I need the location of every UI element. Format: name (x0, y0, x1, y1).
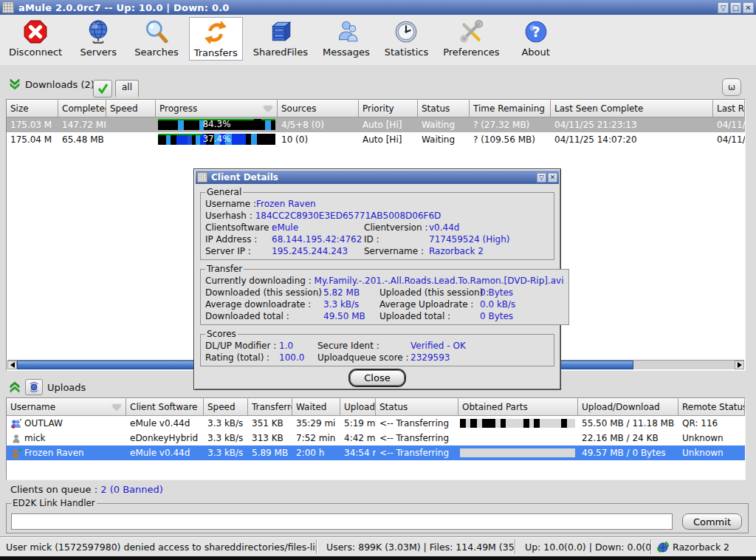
sharedfiles-icon (268, 19, 293, 44)
col-upload-download[interactable]: Upload/Download (578, 398, 678, 416)
titlebar[interactable]: aMule 2.0.0rc7 -- Up: 10.0 | Down: 0.0 ▽… (0, 0, 756, 15)
toolbar-label: SharedFiles (253, 47, 308, 58)
col-client-software[interactable]: Client Software (126, 398, 204, 416)
col-sources[interactable]: Sources (278, 100, 359, 117)
uploads-list-panel: Username Client Software Speed Transferr… (6, 397, 746, 480)
id-value: 717459524 (High) (429, 233, 549, 245)
col-time-remaining[interactable]: Time Remaining (470, 100, 551, 117)
refresh-globe-icon (28, 381, 40, 393)
col-last-received[interactable]: Last R (713, 100, 745, 117)
dialog-shade-button[interactable]: ▽ (537, 173, 546, 182)
col-speed[interactable]: Speed (204, 398, 248, 416)
dialog-menu-icon[interactable] (197, 172, 207, 182)
col-obtained-parts[interactable]: Obtained Parts (458, 398, 578, 416)
category-check-tab[interactable] (93, 80, 112, 98)
upload-row-selected[interactable]: Frozen Raven eMule v0.44d 3.3 kB/s 5.89 … (7, 445, 745, 460)
sort-desc-icon (264, 106, 272, 112)
uploads-title: Uploads (47, 382, 86, 393)
clientversion-value: v0.44d (429, 222, 549, 233)
progress-bar: 37.4% (158, 134, 275, 145)
download-row[interactable]: 175.03 M 147.72 MI 84.3% 4/5+8 (0) Auto … (7, 117, 745, 132)
scores-legend: Scores (205, 329, 238, 339)
servername-value: Razorback 2 (429, 245, 549, 257)
preferences-icon (458, 19, 484, 44)
friend-icon (10, 419, 22, 429)
toolbar-label: Transfers (194, 47, 238, 58)
transfer-legend: Transfer (205, 264, 244, 274)
ed2k-legend: ED2K Link Handler (11, 498, 97, 508)
toolbar-label: Statistics (385, 47, 428, 58)
statusbar-users-files: Users: 899K (3.03M) | Files: 114.49M (35… (317, 539, 515, 554)
serverip-value: 195.245.244.243 (272, 245, 364, 257)
dialog-close-button[interactable]: ✕ (548, 173, 557, 182)
scroll-right-button[interactable] (735, 361, 744, 369)
svg-text:?: ? (532, 24, 540, 41)
toolbar-transfers[interactable]: Transfers (189, 17, 243, 61)
toolbar-label: About (521, 47, 549, 58)
current-download-value: My.Family.-.201.-.All.Roads.Lead.To.Ramo… (315, 276, 564, 286)
obtained-parts-bar (460, 448, 575, 457)
messages-icon (334, 19, 359, 44)
col-transferred[interactable]: Transferred (248, 398, 292, 416)
col-waited[interactable]: Waited (292, 398, 340, 416)
toolbar-label: Preferences (443, 47, 499, 58)
toolbar-statistics[interactable]: Statistics (380, 17, 433, 59)
col-username[interactable]: Username (7, 398, 126, 416)
toolbar-preferences[interactable]: Preferences (439, 17, 504, 59)
check-icon (97, 83, 109, 95)
download-row[interactable]: 175.04 M 65.48 MB 37.4% 10 (0) Auto [Hi]… (7, 132, 745, 147)
uploads-header-row: Username Client Software Speed Transferr… (7, 398, 745, 416)
amule-window: { "colors": { "titlebar_top": "#7e9ad2",… (0, 0, 756, 560)
dialog-title: Client Details (211, 172, 278, 182)
statusbar-server: Razorback 2 (651, 539, 756, 554)
clients-known-button[interactable] (25, 379, 43, 395)
progress-bar: 84.3% (158, 119, 275, 130)
clients-toggle-button[interactable]: ω (722, 78, 741, 96)
upload-row[interactable]: OUTLAW eMule v0.44d 3.3 kB/s 351 KB 35:2… (7, 416, 745, 431)
col-upload-time[interactable]: Upload Ti (340, 398, 376, 416)
col-completed[interactable]: Completed (58, 100, 106, 117)
col-speed[interactable]: Speed (106, 100, 156, 117)
userhash-value: 184CC2C8930E3ED65771AB5008D06F6D (255, 211, 441, 221)
toolbar-messages[interactable]: Messages (318, 17, 374, 59)
window-title: aMule 2.0.0rc7 -- Up: 10.0 | Down: 0.0 (18, 2, 230, 13)
col-remote-status[interactable]: Remote Status (678, 398, 745, 416)
col-size[interactable]: Size (7, 100, 58, 117)
disconnect-icon (23, 19, 48, 44)
uploads-icon (9, 381, 21, 393)
downloads-title: Downloads (2) (25, 79, 94, 90)
scores-group: Scores DL/UP Modifier :1.0 Secure Ident … (200, 329, 554, 366)
tab-all-label: all (122, 82, 132, 92)
queue-label: Clients on queue : (10, 484, 100, 495)
toolbar-label: Servers (80, 47, 117, 58)
toolbar-about[interactable]: ? About (510, 17, 562, 59)
ed2k-link-input[interactable] (11, 513, 673, 530)
clients-toggle-icon: ω (728, 82, 735, 92)
maximize-button[interactable]: □ (730, 2, 741, 13)
shade-button[interactable]: ▽ (718, 2, 729, 13)
col-progress[interactable]: Progress (156, 100, 278, 117)
transfer-group: Transfer Currently downloading : My.Fami… (200, 264, 569, 325)
toolbar-disconnect[interactable]: Disconnect (4, 17, 66, 59)
ed2k-link-handler: ED2K Link Handler Commit (6, 498, 749, 533)
scroll-left-button[interactable] (7, 361, 17, 369)
dialog-titlebar[interactable]: Client Details ▽ ✕ (196, 171, 559, 184)
obtained-parts-bar (460, 419, 575, 428)
toolbar-searches[interactable]: Searches (130, 17, 182, 59)
dialog-close-action-button[interactable]: Close (350, 370, 404, 386)
col-status[interactable]: Status (418, 100, 470, 117)
col-last-seen[interactable]: Last Seen Complete (551, 100, 713, 117)
downloads-header-row: Size Completed Speed Progress Sources Pr… (7, 100, 745, 117)
searches-icon (144, 19, 169, 44)
category-all-tab[interactable]: all (115, 80, 139, 97)
window-menu-icon[interactable] (2, 1, 14, 13)
uploads-caption: Uploads (9, 379, 86, 395)
col-status[interactable]: Status (376, 398, 458, 416)
toolbar-sharedfiles[interactable]: SharedFiles (249, 17, 312, 59)
close-button[interactable]: ✕ (743, 2, 754, 13)
upload-row[interactable]: mick eDonkeyHybrid 3.3 kB/s 313 KB 7:52 … (7, 431, 745, 445)
toolbar-servers[interactable]: Servers (72, 17, 124, 59)
col-priority[interactable]: Priority (359, 100, 418, 117)
client-details-dialog: Client Details ▽ ✕ General Username :Fro… (193, 168, 561, 390)
commit-button[interactable]: Commit (682, 513, 742, 530)
